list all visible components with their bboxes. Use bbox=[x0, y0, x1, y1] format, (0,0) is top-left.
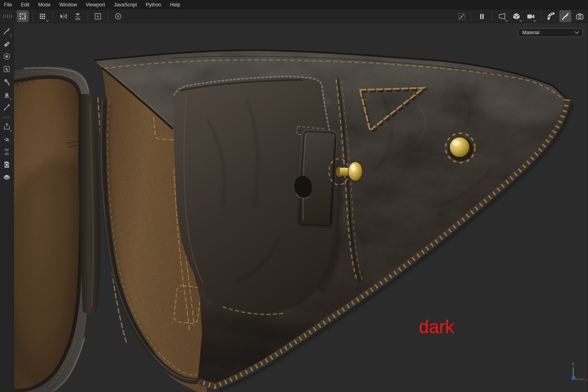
resources-updater-button[interactable] bbox=[1, 159, 12, 170]
smudge-icon bbox=[3, 78, 11, 86]
shader-mode-dropdown[interactable]: Material bbox=[518, 28, 583, 37]
texture-set-button[interactable] bbox=[1, 172, 12, 183]
chevron-down-icon bbox=[519, 20, 522, 22]
history-button[interactable] bbox=[1, 146, 12, 157]
tools-panel bbox=[0, 23, 14, 392]
axis-x-label: X bbox=[584, 378, 587, 382]
paint-tool-button[interactable] bbox=[1, 25, 12, 37]
perspective-view-icon bbox=[498, 12, 506, 21]
particles-icon bbox=[547, 12, 555, 21]
menu-help[interactable]: Help bbox=[165, 0, 185, 10]
chevron-down-icon bbox=[46, 20, 49, 22]
menu-bar: File Edit Mode Window Viewport JavaScrip… bbox=[0, 0, 588, 10]
smudge-tool-button[interactable] bbox=[1, 76, 12, 87]
eraser-tool-button[interactable] bbox=[1, 38, 12, 49]
main-toolbar bbox=[0, 10, 588, 23]
perspective-view-button[interactable] bbox=[496, 10, 508, 22]
tile-pattern-icon bbox=[39, 12, 47, 21]
bake-mesh-maps-button[interactable] bbox=[1, 134, 12, 145]
video-camera-icon bbox=[526, 12, 535, 21]
menu-window[interactable]: Window bbox=[55, 0, 81, 10]
symmetry-disabled-button[interactable] bbox=[456, 10, 467, 22]
chevron-down-icon bbox=[505, 20, 508, 22]
toolbar-separator bbox=[33, 12, 33, 21]
pause-engine-button[interactable] bbox=[476, 10, 488, 22]
eraser-icon bbox=[3, 40, 11, 48]
mirror-horizontal-icon bbox=[59, 12, 68, 21]
bake-icon bbox=[3, 135, 11, 143]
menu-viewport[interactable]: Viewport bbox=[81, 0, 109, 10]
viewport-annotation: dark bbox=[419, 316, 454, 337]
eyedropper-icon bbox=[3, 103, 11, 111]
mirror-vertical-icon bbox=[73, 12, 82, 21]
menu-python[interactable]: Python bbox=[141, 0, 165, 10]
transform-tool-button[interactable] bbox=[17, 10, 29, 22]
chevron-down-icon bbox=[10, 98, 12, 100]
toolbar-left-group bbox=[2, 10, 124, 22]
symmetry-disabled-icon bbox=[457, 12, 466, 21]
material-picker-tool-button[interactable] bbox=[1, 102, 12, 113]
viewport-3d[interactable]: APAN 16 bbox=[14, 23, 588, 392]
reset-view-icon bbox=[114, 12, 123, 21]
reset-view-button[interactable] bbox=[112, 10, 124, 22]
projection-icon bbox=[3, 52, 11, 60]
viewport-canvas[interactable]: APAN 16 bbox=[14, 23, 588, 392]
projection-tool-button[interactable] bbox=[1, 51, 12, 62]
texture-set-box-icon bbox=[3, 173, 11, 181]
mirror-horizontal-button[interactable] bbox=[57, 10, 69, 22]
toolbar-separator bbox=[471, 12, 472, 21]
menu-edit[interactable]: Edit bbox=[16, 0, 34, 10]
paint-mode-button[interactable] bbox=[559, 10, 571, 22]
pause-icon bbox=[477, 12, 486, 21]
menu-file[interactable]: File bbox=[0, 0, 16, 10]
frame-view-icon bbox=[93, 12, 102, 21]
chevron-down-icon bbox=[10, 130, 12, 132]
clone-tool-button[interactable] bbox=[1, 89, 12, 100]
toolbar-separator bbox=[53, 12, 53, 21]
toolbar-separator bbox=[541, 12, 541, 21]
axis-y-label: Y bbox=[572, 362, 574, 367]
camera-icon bbox=[575, 12, 584, 21]
screenshot-button[interactable] bbox=[574, 10, 586, 22]
hourglass-icon bbox=[3, 148, 11, 156]
chevron-down-icon bbox=[533, 20, 537, 22]
menu-mode[interactable]: Mode bbox=[34, 0, 55, 10]
document-sync-icon bbox=[3, 161, 11, 169]
chevron-down-icon bbox=[10, 35, 12, 37]
clone-stamp-icon bbox=[3, 91, 11, 99]
paint-brush-icon bbox=[3, 27, 11, 35]
frame-view-button[interactable] bbox=[92, 10, 104, 22]
toolbar-separator bbox=[108, 12, 108, 21]
toolbar-right-group bbox=[456, 10, 586, 22]
polygon-fill-tool-button[interactable] bbox=[1, 64, 12, 75]
camera-view-button[interactable] bbox=[525, 10, 537, 22]
menu-javascript[interactable]: JavaScript bbox=[109, 0, 141, 10]
export-textures-button[interactable] bbox=[1, 121, 12, 132]
shader-mode-value: Material bbox=[522, 30, 574, 35]
cube-icon bbox=[512, 12, 521, 21]
tile-pattern-button[interactable] bbox=[37, 10, 49, 22]
pouch-flap bbox=[174, 77, 341, 315]
export-icon bbox=[3, 122, 11, 130]
toolbar-drag-handle-icon[interactable] bbox=[3, 15, 12, 18]
toolbar-separator bbox=[88, 12, 88, 21]
particles-button[interactable] bbox=[545, 10, 557, 22]
chevron-down-icon bbox=[574, 31, 579, 34]
polygon-fill-icon bbox=[3, 65, 11, 73]
toolbar-separator bbox=[492, 12, 492, 21]
transform-icon bbox=[18, 12, 27, 21]
paint-brush-icon bbox=[561, 12, 570, 21]
panel-separator bbox=[3, 116, 10, 118]
mirror-vertical-button[interactable] bbox=[72, 10, 84, 22]
solo-view-cube-button[interactable] bbox=[510, 10, 522, 22]
